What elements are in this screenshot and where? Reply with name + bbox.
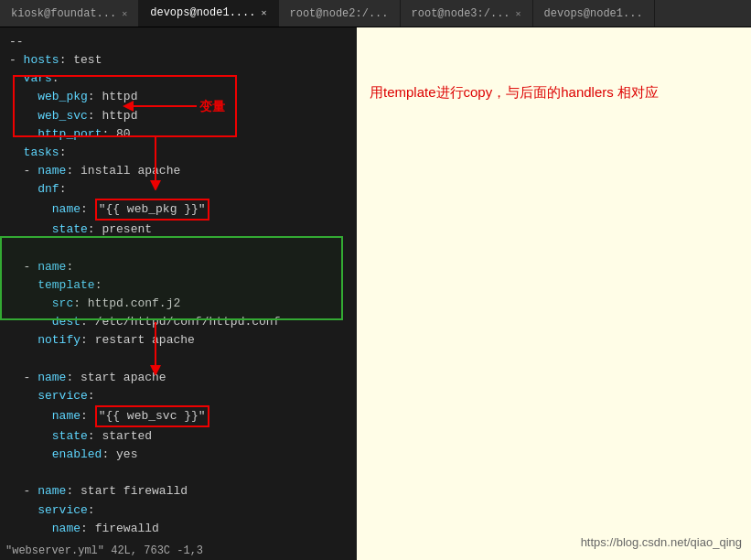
tab-root3-label: root@node3:/... [412, 7, 510, 20]
line-27: name: firewalld [5, 520, 357, 538]
line-25: - name: start firewalld [5, 482, 357, 501]
tab-bar: kiosk@foundat... ✕ devops@node1.... ✕ ro… [0, 0, 751, 27]
tab-root3[interactable]: root@node3:/... ✕ [401, 0, 533, 27]
line-15: src: httpd.conf.j2 [5, 295, 357, 313]
tab-root2[interactable]: root@node2:/... [279, 0, 401, 27]
web-pkg-template: "{{ web_pkg }}" [95, 199, 209, 221]
line-2: - hosts: test [5, 51, 357, 70]
annotation-main-text: 用template进行copy，与后面的handlers 相对应 [370, 82, 738, 103]
annotation-footer: https://blog.csdn.net/qiao_qing [581, 535, 742, 549]
line-24 [5, 464, 357, 482]
tab-devops2[interactable]: devops@node1... [533, 0, 655, 27]
annotation-panel: 用template进行copy，与后面的handlers 相对应 https:/… [357, 27, 751, 560]
line-21: name: "{{ web_svc }}" [5, 405, 357, 427]
tab-root3-close[interactable]: ✕ [516, 8, 521, 19]
terminal-wrapper: -- - hosts: test vars: web_pkg: httpd we… [0, 27, 357, 560]
line-5: web_svc: httpd [5, 107, 357, 125]
line-3: vars: [5, 70, 357, 88]
line-10: name: "{{ web_pkg }}" [5, 199, 357, 221]
terminal[interactable]: -- - hosts: test vars: web_pkg: httpd we… [0, 27, 357, 560]
tab-devops2-label: devops@node1... [544, 7, 643, 20]
tab-root2-label: root@node2:/... [290, 7, 389, 20]
line-1: -- [5, 33, 357, 51]
web-svc-template: "{{ web_svc }}" [95, 405, 209, 427]
status-bar: "webserver.yml" 42L, 763C -1,3 [0, 542, 357, 560]
line-17: notify: restart apache [5, 331, 357, 350]
line-12 [5, 240, 357, 258]
tab-devops1-label: devops@node1.... [150, 6, 255, 19]
tab-devops1[interactable]: devops@node1.... ✕ [139, 0, 278, 27]
tab-kiosk-close[interactable]: ✕ [122, 8, 127, 19]
line-4: web_pkg: httpd [5, 88, 357, 106]
line-8: - name: install apache [5, 162, 357, 180]
line-11: state: present [5, 221, 357, 239]
line-9: dnf: [5, 180, 357, 199]
line-20: service: [5, 387, 357, 405]
line-23: enabled: yes [5, 446, 357, 464]
line-22: state: started [5, 427, 357, 446]
tab-kiosk-label: kiosk@foundat... [11, 7, 116, 20]
main-content: -- - hosts: test vars: web_pkg: httpd we… [0, 27, 751, 560]
line-26: service: [5, 501, 357, 520]
line-16: dest: /etc/httpd/conf/httpd.conf [5, 313, 357, 331]
line-7: tasks: [5, 144, 357, 162]
line-19: - name: start apache [5, 369, 357, 387]
line-14: template: [5, 276, 357, 295]
line-6: http_port: 80 [5, 125, 357, 144]
line-13: - name: [5, 258, 357, 276]
tab-devops1-close[interactable]: ✕ [261, 7, 266, 18]
line-18 [5, 350, 357, 368]
tab-kiosk[interactable]: kiosk@foundat... ✕ [0, 0, 139, 27]
